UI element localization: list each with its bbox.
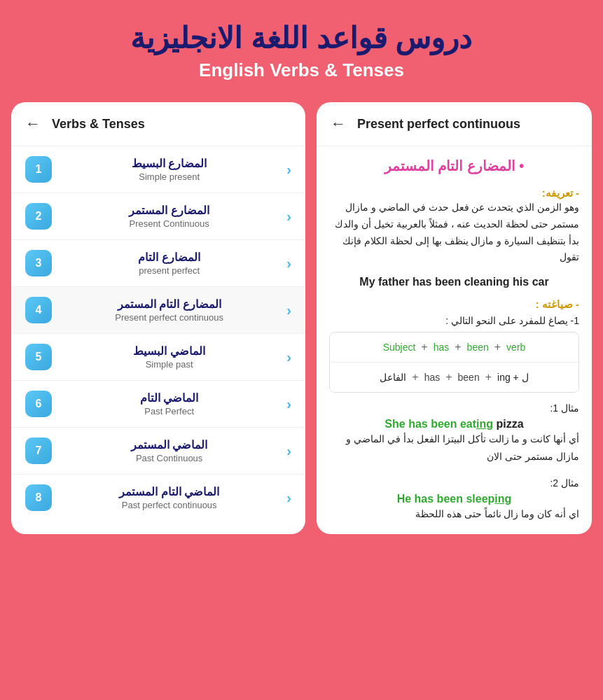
item-number-8: 8 — [25, 484, 52, 511]
item-text-2: المضارع المستمر Present Continuous — [52, 204, 286, 229]
chevron-right-icon: › — [286, 490, 291, 506]
app-title-english: English Verbs & Tenses — [14, 59, 589, 81]
list-item[interactable]: 2 المضارع المستمر Present Continuous › — [11, 193, 305, 240]
item-text-5: الماضي البسيط Simple past — [52, 344, 286, 370]
item-number-2: 2 — [25, 203, 52, 230]
example-block-1: مثال 1: She has been eating pizza أي أنه… — [329, 402, 579, 465]
right-panel-title: Present perfect continuous — [357, 117, 520, 132]
app-header: دروس قواعد اللغة الانجليزية English Verb… — [0, 0, 603, 95]
item-number-4: 4 — [25, 297, 52, 323]
right-panel: ← Present perfect continuous المضارع الت… — [317, 102, 592, 534]
list-item[interactable]: 7 الماضي المستمر Past Continuous › — [11, 428, 305, 475]
list-item[interactable]: 1 المضارع البسيط Simple present › — [11, 146, 305, 193]
left-back-arrow[interactable]: ← — [25, 115, 41, 133]
formula-table: Subject + has + been + verb الفاعل + has… — [329, 332, 579, 393]
chevron-right-icon: › — [286, 302, 291, 318]
right-back-arrow[interactable]: ← — [331, 115, 346, 133]
main-example-sentence: My father has been cleaning his car — [329, 276, 579, 288]
formula-sub: 1- يصاغ للمفرد على النحو التالي : — [329, 315, 579, 326]
item-number-5: 5 — [25, 344, 52, 370]
example1-sentence: She has been eating pizza — [329, 418, 579, 430]
list-item[interactable]: 3 المضارع التام present perfect › — [11, 240, 305, 287]
formula-label: - صياغته : — [329, 298, 579, 311]
list-item[interactable]: 5 الماضي البسيط Simple past › — [11, 334, 305, 381]
chevron-right-icon: › — [286, 162, 291, 178]
item-number-3: 3 — [25, 250, 52, 276]
example1-num: مثال 1: — [329, 402, 579, 414]
item-text-8: الماضي التام المستمر Past perfect contin… — [52, 485, 286, 510]
formula-section: - صياغته : 1- يصاغ للمفرد على النحو التا… — [329, 298, 579, 393]
app-title-arabic: دروس قواعد اللغة الانجليزية — [14, 21, 589, 55]
formula-data-been: been — [458, 372, 480, 383]
formula-header-subject: Subject — [383, 342, 416, 353]
right-content: المضارع التام المستمر تعريفه وهو الزمن ا… — [317, 146, 592, 534]
example1-green-text: She has been eat — [384, 418, 476, 430]
formula-header-been: been — [467, 342, 489, 353]
example2-green-text: He has been sleep — [397, 493, 495, 505]
definition-label: تعريفه — [542, 187, 579, 199]
item-text-7: الماضي المستمر Past Continuous — [52, 438, 286, 463]
item-number-7: 7 — [25, 438, 52, 464]
chevron-right-icon: › — [286, 209, 291, 225]
formula-label-text: - — [573, 298, 579, 310]
chevron-right-icon: › — [286, 255, 291, 272]
example-block-2: مثال 2: He has been sleeping اي أنه كان … — [329, 477, 579, 523]
right-panel-header: ← Present perfect continuous — [317, 102, 592, 146]
list-item[interactable]: 6 الماضي التام Past Perfect › — [11, 381, 305, 428]
example2-underline-text: ing — [494, 493, 511, 505]
section-main-title: المضارع التام المستمر — [329, 158, 579, 174]
item-number-6: 6 — [25, 391, 52, 417]
chevron-right-icon: › — [286, 349, 291, 365]
chevron-right-icon: › — [286, 443, 291, 459]
formula-data-subject: الفاعل — [380, 372, 406, 383]
example2-sentence: He has been sleeping — [329, 493, 579, 505]
list-item[interactable]: 8 الماضي التام المستمر Past perfect cont… — [11, 475, 305, 521]
example2-num: مثال 2: — [329, 477, 579, 489]
panels-container: ← Verbs & Tenses 1 المضارع البسيط Simple… — [0, 95, 603, 548]
item-text-3: المضارع التام present perfect — [52, 251, 286, 276]
example1-rest-text: pizza — [493, 418, 524, 430]
example2-arabic: اي أنه كان وما زال نائماً حتى هذه اللحظة — [329, 505, 579, 523]
menu-list: 1 المضارع البسيط Simple present › 2 المض… — [11, 146, 305, 521]
formula-data-has: has — [424, 372, 441, 383]
left-panel-header: ← Verbs & Tenses — [11, 102, 305, 146]
formula-header-verb: verb — [506, 342, 525, 353]
formula-data-verb: ل + ing — [497, 372, 529, 383]
formula-data-row: الفاعل + has + been + ل + ing — [330, 363, 578, 392]
left-panel-title: Verbs & Tenses — [52, 117, 145, 132]
formula-header-row: Subject + has + been + verb — [330, 332, 578, 363]
item-number-1: 1 — [25, 156, 52, 183]
item-text-4: المضارع التام المستمر Present perfect co… — [52, 298, 286, 323]
definition-text: وهو الزمن الذي يتحدث عن فعل حدث في الماض… — [329, 200, 579, 266]
definition-section: تعريفه وهو الزمن الذي يتحدث عن فعل حدث ف… — [329, 187, 579, 266]
example1-underline-text: ing — [476, 418, 493, 430]
example1-arabic: أي أنها كانت و ما زالت تأكل البيتزا الفع… — [329, 430, 579, 465]
formula-header-has: has — [434, 342, 450, 353]
list-item[interactable]: 4 المضارع التام المستمر Present perfect … — [11, 287, 305, 334]
item-text-1: المضارع البسيط Simple present — [52, 157, 286, 182]
left-panel: ← Verbs & Tenses 1 المضارع البسيط Simple… — [11, 102, 305, 534]
item-text-6: الماضي التام Past Perfect — [52, 391, 286, 416]
chevron-right-icon: › — [286, 396, 291, 412]
